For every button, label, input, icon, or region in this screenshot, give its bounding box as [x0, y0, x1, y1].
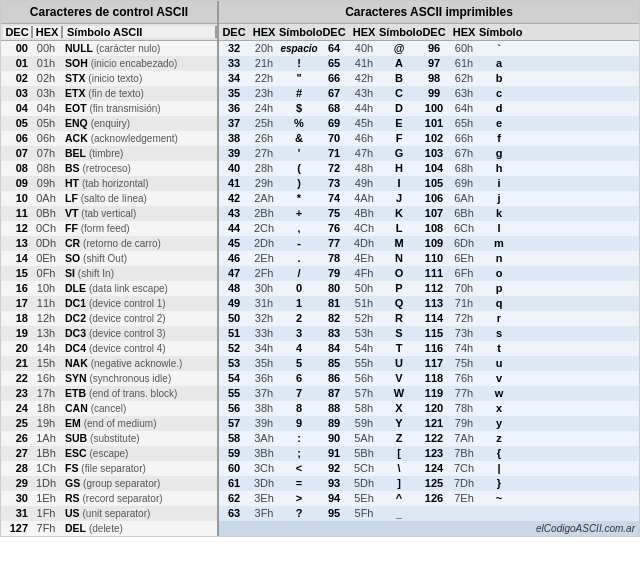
left-cell-sym: GS (group separator)	[61, 476, 217, 491]
right-cell-hex3: 74h	[449, 341, 479, 356]
sym-name: SUB	[65, 432, 87, 444]
right-cell-dec1: 53	[219, 356, 249, 371]
right-cell-hex2: 5Ah	[349, 431, 379, 446]
right-cell-hex3: 67h	[449, 146, 479, 161]
left-cell-hex: 7Fh	[31, 521, 61, 536]
right-cell-hex3: 61h	[449, 56, 479, 71]
left-cell-dec: 13	[1, 236, 31, 251]
right-cell-dec3: 101	[419, 116, 449, 131]
right-cell-dec1: 60	[219, 461, 249, 476]
left-table-row: 31 1Fh US (unit separator)	[1, 506, 217, 521]
right-cell-sym2: B	[379, 71, 419, 86]
right-cell-hex1: 34h	[249, 341, 279, 356]
right-table-row: 56 38h 8 88 58h X 120 78h x	[219, 401, 639, 416]
right-cell-sym2: L	[379, 221, 419, 236]
left-panel: Caracteres de control ASCII DEC HEX Símb…	[1, 1, 219, 536]
right-cell-hex2: 59h	[349, 416, 379, 431]
left-cell-hex: 18h	[31, 401, 61, 416]
left-cell-hex: 12h	[31, 311, 61, 326]
left-cell-hex: 1Ah	[31, 431, 61, 446]
left-cell-dec: 04	[1, 101, 31, 116]
right-cell-sym2: W	[379, 386, 419, 401]
right-cell-sym3: |	[479, 461, 519, 476]
left-cell-dec: 11	[1, 206, 31, 221]
right-cell-hex2: 47h	[349, 146, 379, 161]
left-col-dec: DEC	[3, 26, 33, 38]
right-cell-hex3: 6Ah	[449, 191, 479, 206]
right-cell-hex3: 75h	[449, 356, 479, 371]
sym-desc: (device control 2)	[89, 313, 166, 324]
sym-name: DC3	[65, 327, 86, 339]
left-table-row: 03 03h ETX (fin de texto)	[1, 86, 217, 101]
right-table-row: 38 26h & 70 46h F 102 66h f	[219, 131, 639, 146]
right-table-row: 60 3Ch < 92 5Ch \ 124 7Ch |	[219, 461, 639, 476]
right-cell-hex1: 33h	[249, 326, 279, 341]
left-table-row: 04 04h EOT (fin transmisión)	[1, 101, 217, 116]
right-cell-dec2: 66	[319, 71, 349, 86]
right-cell-dec3: 105	[419, 176, 449, 191]
left-cell-dec: 17	[1, 296, 31, 311]
right-cell-sym3: n	[479, 251, 519, 266]
right-cell-dec3: 119	[419, 386, 449, 401]
right-cell-dec1: 36	[219, 101, 249, 116]
right-cell-sym1: '	[279, 146, 319, 161]
left-cell-hex: 11h	[31, 296, 61, 311]
sym-name: DLE	[65, 282, 86, 294]
right-cell-hex1: 24h	[249, 101, 279, 116]
right-cell-sym2: \	[379, 461, 419, 476]
right-cell-dec1: 55	[219, 386, 249, 401]
right-cell-dec3: 112	[419, 281, 449, 296]
right-cell-sym3: j	[479, 191, 519, 206]
right-cell-dec1: 39	[219, 146, 249, 161]
sym-name: CR	[65, 237, 80, 249]
right-cell-hex2: 57h	[349, 386, 379, 401]
right-cell-sym3: i	[479, 176, 519, 191]
right-cell-dec2: 70	[319, 131, 349, 146]
left-cell-dec: 05	[1, 116, 31, 131]
left-cell-hex: 1Eh	[31, 491, 61, 506]
right-table-row: 50 32h 2 82 52h R 114 72h r	[219, 311, 639, 326]
sym-desc: (timbre)	[89, 148, 123, 159]
left-data-rows: 00 00h NULL (carácter nulo) 01 01h SOH (…	[1, 41, 217, 536]
right-cell-sym2: Q	[379, 296, 419, 311]
right-cell-sym1: 5	[279, 356, 319, 371]
sym-name: NULL	[65, 42, 93, 54]
left-cell-sym: VT (tab vertical)	[61, 206, 217, 221]
right-cell-hex3: 60h	[449, 41, 479, 56]
right-cell-dec3: 106	[419, 191, 449, 206]
right-cell-sym3: v	[479, 371, 519, 386]
main-container: Caracteres de control ASCII DEC HEX Símb…	[0, 0, 640, 537]
right-cell-hex2: 43h	[349, 86, 379, 101]
right-cell-sym1: (	[279, 161, 319, 176]
right-cell-hex1: 29h	[249, 176, 279, 191]
sym-desc: (delete)	[89, 523, 123, 534]
right-cell-hex2: 4Fh	[349, 266, 379, 281]
right-cell-sym3: w	[479, 386, 519, 401]
right-cell-dec2: 65	[319, 56, 349, 71]
right-cell-dec2: 83	[319, 326, 349, 341]
sym-name: SO	[65, 252, 80, 264]
sym-desc: (acknowledgement)	[91, 133, 178, 144]
right-cell-sym3: g	[479, 146, 519, 161]
right-cell-dec3: 113	[419, 296, 449, 311]
right-cell-hex1: 25h	[249, 116, 279, 131]
sym-desc: (data link escape)	[89, 283, 168, 294]
right-cell-dec3: 116	[419, 341, 449, 356]
left-table-row: 06 06h ACK (acknowledgement)	[1, 131, 217, 146]
right-cell-hex3: 70h	[449, 281, 479, 296]
sym-desc: (device control 4)	[89, 343, 166, 354]
left-table-row: 17 11h DC1 (device control 1)	[1, 296, 217, 311]
right-table-row: 41 29h ) 73 49h I 105 69h i	[219, 176, 639, 191]
sym-desc: (end of medium)	[84, 418, 157, 429]
right-cell-sym2: C	[379, 86, 419, 101]
right-cell-sym1: "	[279, 71, 319, 86]
footer: elCodigoASCII.com.ar	[219, 521, 639, 536]
right-cell-dec3: 126	[419, 491, 449, 506]
left-cell-dec: 31	[1, 506, 31, 521]
right-col-dec1: DEC	[219, 26, 249, 38]
right-cell-hex2: 49h	[349, 176, 379, 191]
right-cell-dec2: 95	[319, 506, 349, 521]
right-cell-dec2: 77	[319, 236, 349, 251]
left-cell-sym: CAN (cancel)	[61, 401, 217, 416]
right-cell-hex3: 7Eh	[449, 491, 479, 506]
